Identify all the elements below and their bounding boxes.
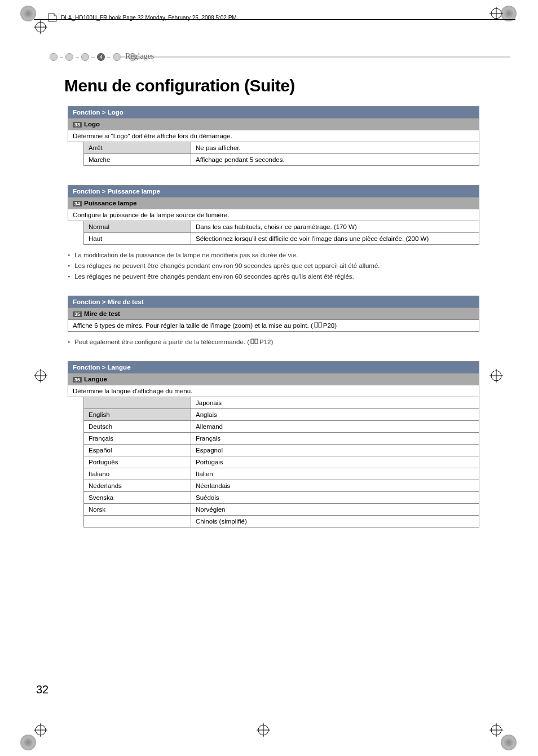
nav-rule — [118, 56, 510, 58]
mire-desc: Affiche 6 types de mires. Pour régler la… — [68, 320, 479, 332]
crosshair-mr — [490, 369, 503, 383]
langue-row-val: Suédois — [191, 492, 479, 504]
nav-dot — [50, 53, 58, 61]
logo-subheader: 33Logo — [68, 118, 479, 130]
svg-rect-24 — [255, 339, 258, 344]
mire-notes: Peut également être configuré à partir d… — [68, 337, 479, 346]
langue-row-val: Japonais — [191, 397, 479, 409]
langue-subheader: 36Langue — [68, 373, 479, 385]
langue-sub-label: Langue — [84, 376, 107, 383]
langue-row-key: English — [84, 409, 191, 421]
crosshair-tr — [490, 7, 503, 20]
logo-row-key: Arrêt — [84, 142, 191, 154]
note-item: Les réglages ne peuvent être changés pen… — [68, 261, 479, 270]
lampe-table: Fonction > Puissance lampe 34Puissance l… — [68, 185, 479, 245]
langue-row-val: Chinois (simplifié) — [191, 516, 479, 528]
langue-row-key — [84, 397, 191, 409]
lampe-row-val: Dans les cas habituels, choisir ce param… — [191, 221, 479, 233]
lampe-notes: La modification de la puissance de la la… — [68, 250, 479, 281]
svg-rect-21 — [315, 323, 317, 327]
note-item: Peut également être configuré à partir d… — [68, 337, 479, 346]
lampe-row-val: Sélectionnez lorsqu'il est difficile de … — [191, 233, 479, 245]
badge: 33 — [73, 122, 82, 128]
header-meta: DLA_HD100U_FR.book Page 32 Monday, Febru… — [61, 15, 237, 21]
nav-dot-active: 4 — [97, 53, 105, 61]
langue-row-val: Portugais — [191, 456, 479, 468]
langue-desc: Détermine la langue d'affichage du menu. — [68, 385, 479, 397]
logo-row-key: Marche — [84, 154, 191, 166]
note-item: Les réglages ne peuvent être changés pen… — [68, 272, 479, 281]
langue-row-key: Português — [84, 456, 191, 468]
badge: 35 — [73, 311, 82, 317]
langue-row-val: Norvégien — [191, 504, 479, 516]
lampe-row-key: Haut — [84, 233, 191, 245]
langue-row-key: Svenska — [84, 492, 191, 504]
nav-dot — [65, 53, 73, 61]
badge: 34 — [73, 201, 82, 206]
logo-desc: Détermine si "Logo" doit être affiché lo… — [68, 130, 479, 142]
mire-table: Fonction > Mire de test 35Mire de test A… — [68, 296, 479, 332]
langue-row-val: Anglais — [191, 409, 479, 421]
print-corner-bl — [20, 735, 36, 750]
print-corner-br — [501, 735, 517, 750]
langue-row-val: Espagnol — [191, 445, 479, 456]
lampe-header: Fonction > Puissance lampe — [68, 186, 479, 197]
crosshair-bc — [257, 723, 270, 737]
langue-row-key: Italiano — [84, 468, 191, 480]
crosshair-tl — [34, 20, 47, 34]
langue-header: Fonction > Langue — [68, 362, 479, 373]
langue-row-key: Norsk — [84, 504, 191, 516]
logo-sub-label: Logo — [84, 121, 100, 128]
badge: 36 — [73, 377, 82, 383]
content-area: Fonction > Logo 33Logo Détermine si "Log… — [68, 106, 479, 533]
mire-subheader: 35Mire de test — [68, 308, 479, 320]
nav-dot — [81, 53, 89, 61]
langue-row-key: Deutsch — [84, 421, 191, 433]
lampe-row-key: Normal — [84, 221, 191, 233]
svg-rect-22 — [319, 323, 321, 327]
logo-header: Fonction > Logo — [68, 107, 479, 118]
crosshair-bl — [34, 723, 47, 737]
logo-row-val: Affichage pendant 5 secondes. — [191, 154, 479, 166]
langue-row-val: Français — [191, 433, 479, 445]
langue-row-key: Nederlands — [84, 480, 191, 492]
page-title: Menu de configuration (Suite) — [64, 76, 295, 95]
page-icon — [47, 12, 58, 25]
langue-table: Fonction > Langue 36Langue Détermine la … — [68, 361, 479, 528]
langue-row-val: Italien — [191, 468, 479, 480]
mire-sub-label: Mire de test — [84, 310, 120, 317]
page-number: 32 — [36, 683, 48, 696]
crosshair-br — [490, 723, 503, 737]
page-ref-icon — [249, 339, 259, 344]
langue-row-val: Néerlandais — [191, 480, 479, 492]
lampe-sub-label: Puissance lampe — [84, 200, 136, 206]
langue-row-key: Español — [84, 445, 191, 456]
svg-rect-23 — [251, 339, 254, 344]
lampe-desc: Configure la puissance de la lampe sourc… — [68, 209, 479, 221]
note-item: La modification de la puissance de la la… — [68, 250, 479, 260]
langue-row-val: Allemand — [191, 421, 479, 433]
header-rule — [34, 19, 515, 20]
mire-header: Fonction > Mire de test — [68, 296, 479, 308]
breadcrumb: Réglages — [125, 52, 154, 61]
lampe-subheader: 34Puissance lampe — [68, 197, 479, 209]
logo-row-val: Ne pas afficher. — [191, 142, 479, 154]
langue-row-key — [84, 516, 191, 528]
langue-row-key: Français — [84, 433, 191, 445]
page-ref-icon — [313, 322, 323, 328]
crosshair-ml — [34, 369, 47, 383]
logo-table: Fonction > Logo 33Logo Détermine si "Log… — [68, 106, 479, 166]
